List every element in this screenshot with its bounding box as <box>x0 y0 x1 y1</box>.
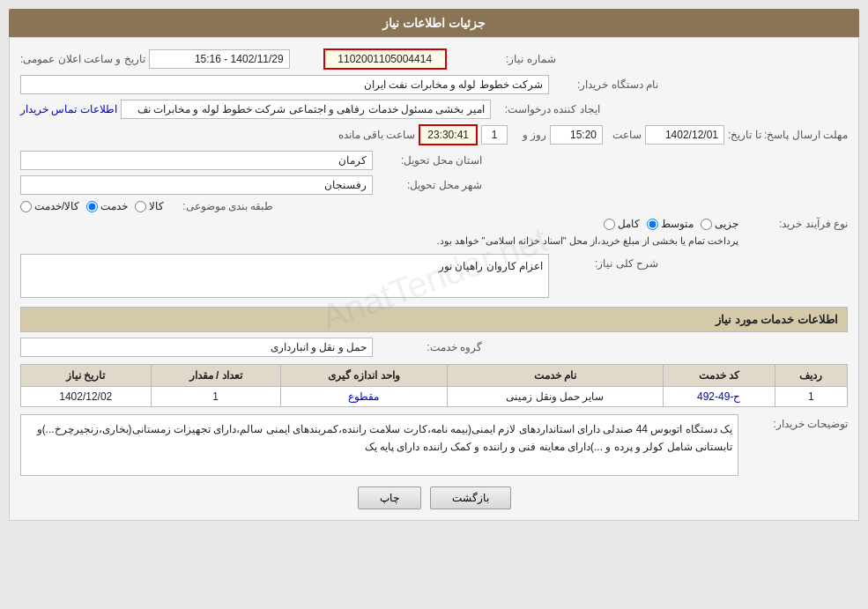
deadline-day-value: 1 <box>481 125 508 145</box>
need-desc-label: شرح کلی نیاز: <box>553 254 658 270</box>
city-value: رفسنجان <box>20 175 373 195</box>
deadline-label: مهلت ارسال پاسخ: تا تاریخ: <box>728 129 848 141</box>
category-option-kala[interactable]: کالا <box>135 200 164 212</box>
buyer-desc-value: یک دستگاه اتوبوس 44 صندلی دارای استاندار… <box>20 414 738 476</box>
buyer-org-label: نام دستگاه خریدار: <box>553 78 658 91</box>
deadline-remaining-value: 23:30:41 <box>419 124 478 145</box>
creator-label: ایجاد کننده درخواست: <box>494 103 600 115</box>
back-button[interactable]: بازگشت <box>430 486 511 509</box>
table-header-service-code: کد خدمت <box>663 364 775 386</box>
contact-link[interactable]: اطلاعات تماس خریدار <box>20 103 117 115</box>
table-header-quantity: تعداد / مقدار <box>151 364 280 386</box>
deadline-remaining-label: ساعت باقی مانده <box>338 129 416 141</box>
category-radio-group: کالا/خدمت خدمت کالا <box>20 200 164 212</box>
category-option-khedmat[interactable]: خدمت <box>86 200 128 212</box>
services-table: ردیف کد خدمت نام خدمت واحد اندازه گیری ت… <box>20 364 848 407</box>
buyer-desc-label: توضیحات خریدار: <box>742 414 848 430</box>
city-label: شهر محل تحویل: <box>376 179 482 191</box>
category-option-kala-khedmat[interactable]: کالا/خدمت <box>20 200 79 212</box>
creator-value: امیر بخشی مسئول خدمات رفاهی و اجتماعی شر… <box>121 100 491 119</box>
buttons-row: بازگشت چاپ <box>20 486 848 509</box>
services-section-title: اطلاعات خدمات مورد نیاز <box>20 307 848 332</box>
need-desc-value: اعزام کاروان راهیان نور <box>20 254 549 298</box>
service-group-value: حمل و نقل و انبارداری <box>20 338 373 357</box>
need-number-label: شماره نیاز: <box>450 53 556 65</box>
purchase-type-label: نوع فرآیند خرید: <box>742 218 848 230</box>
table-row: 1ح-49-492سایر حمل ونقل زمینیمقطوع11402/1… <box>21 386 848 406</box>
print-button[interactable]: چاپ <box>358 486 421 509</box>
announce-datetime-label: تاریخ و ساعت اعلان عمومی: <box>20 53 145 65</box>
table-header-service-name: نام خدمت <box>447 364 663 386</box>
need-number-value: 1102001105004414 <box>323 48 447 70</box>
deadline-day-label: روز و <box>511 129 546 141</box>
buyer-org-value: شرکت خطوط لوله و مخابرات نفت ایران <box>20 75 549 94</box>
page-title: جزئیات اطلاعات نیاز <box>9 9 859 37</box>
province-value: کرمان <box>20 151 373 170</box>
table-header-unit: واحد اندازه گیری <box>280 364 447 386</box>
category-label: طبقه بندی موضوعی: <box>167 200 273 212</box>
deadline-time-value: 15:20 <box>550 125 603 145</box>
purchase-type-option-complete[interactable]: کامل <box>604 218 640 230</box>
deadline-time-label: ساعت <box>606 129 642 141</box>
table-header-need-date: تاریخ نیاز <box>21 364 152 386</box>
province-label: استان محل تحویل: <box>376 154 482 167</box>
purchase-type-option-medium[interactable]: متوسط <box>647 218 694 230</box>
table-header-row-num: ردیف <box>775 364 847 386</box>
purchase-type-note: پرداخت تمام یا بخشی از مبلغ خرید،از محل … <box>20 234 738 249</box>
deadline-date: 1402/12/01 <box>645 125 724 145</box>
service-group-label: گروه خدمت: <box>376 341 482 353</box>
purchase-type-option-partial[interactable]: جزیی <box>701 218 738 230</box>
announce-datetime-value: 1402/11/29 - 15:16 <box>149 49 290 69</box>
